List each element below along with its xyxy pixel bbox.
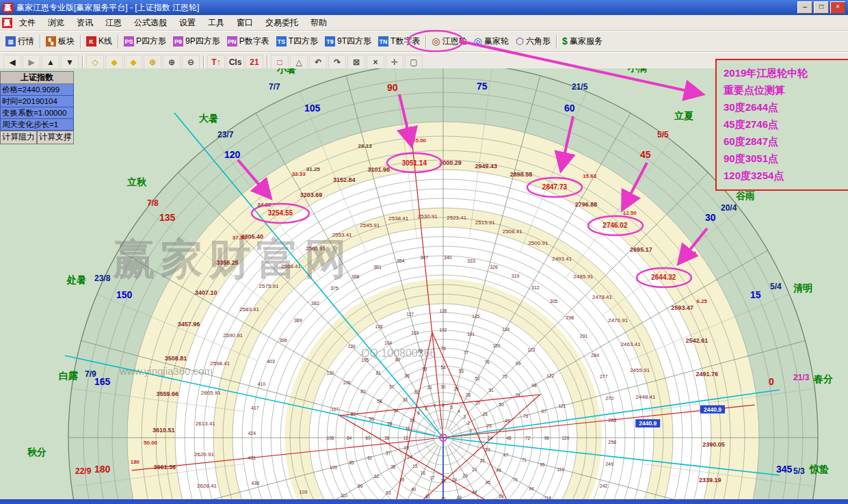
svg-text:3356.25: 3356.25 <box>216 259 239 266</box>
svg-text:128: 128 <box>375 324 383 329</box>
svg-text:22/9: 22/9 <box>75 466 92 476</box>
svg-text:春分: 春分 <box>813 373 833 384</box>
svg-text:382: 382 <box>311 301 319 306</box>
svg-text:326: 326 <box>490 265 498 269</box>
svg-text:23: 23 <box>485 447 490 452</box>
move-cross-button[interactable]: ✛ <box>386 55 403 70</box>
index-info-panel: 上证指数 价格=2440.9099时间=20190104变换系数=1.00000… <box>0 71 74 144</box>
title-bar: 赢 赢家江恩专业版[赢家服务平台] - [上证指数 江恩轮] – □ × <box>0 0 848 15</box>
hexagon-button[interactable]: ⬡六角形 <box>512 34 554 49</box>
back-button[interactable]: ◀ <box>3 55 21 70</box>
menu-item-3[interactable]: 江恩 <box>99 16 128 29</box>
gann-wheel-button[interactable]: ◎江恩轮 <box>428 34 470 49</box>
circle-plus-button[interactable]: ⊕ <box>144 55 161 70</box>
maximize-button[interactable]: □ <box>814 1 829 14</box>
svg-text:60: 60 <box>564 103 575 114</box>
menu-item-8[interactable]: 交易委托 <box>259 16 304 29</box>
calendar-21-button[interactable]: 21 <box>246 55 263 70</box>
menu-item-9[interactable]: 帮助 <box>304 16 333 29</box>
t-table-button[interactable]: TNT数字表 <box>375 34 423 49</box>
t-up-button[interactable]: T↑ <box>207 55 225 70</box>
quotes-button[interactable]: ▦行情 <box>2 34 38 49</box>
calc-support-button[interactable]: 计算支撑 <box>37 131 74 144</box>
select-rect-button[interactable]: ▢ <box>405 55 423 70</box>
9t-square-button[interactable]: T99T四方形 <box>321 34 375 49</box>
chart-area[interactable]: 赢家财富网www.yingjia360.comQQ:1008003662237.… <box>0 68 848 499</box>
svg-text:77: 77 <box>464 350 469 355</box>
p-square-button[interactable]: PSP四方形 <box>120 34 170 49</box>
winner-service-button[interactable]: $赢家服务 <box>559 34 606 49</box>
triangle-tool-button[interactable]: △ <box>290 55 308 70</box>
svg-text:2455.91: 2455.91 <box>630 367 650 373</box>
svg-text:3407.10: 3407.10 <box>195 289 217 296</box>
svg-text:2491.76: 2491.76 <box>696 371 719 377</box>
svg-text:47: 47 <box>503 453 509 457</box>
svg-text:78: 78 <box>440 346 446 351</box>
rotate-right-button[interactable]: ↷ <box>328 55 346 70</box>
menu-item-5[interactable]: 设置 <box>173 16 202 29</box>
svg-text:438: 438 <box>251 481 259 486</box>
svg-text:17: 17 <box>430 475 436 480</box>
svg-text:35: 35 <box>387 421 393 426</box>
rect-tool-button[interactable]: □ <box>271 55 289 70</box>
winner-wheel-button[interactable]: ◎赢家轮 <box>471 34 512 49</box>
annotation-line-3: 45度2746点 <box>724 116 848 133</box>
svg-text:85: 85 <box>349 460 355 465</box>
up-button[interactable]: ▲ <box>42 55 59 70</box>
close-button[interactable]: × <box>830 1 845 14</box>
svg-text:90: 90 <box>405 126 411 132</box>
boxed-x-button[interactable]: ⊠ <box>347 55 365 70</box>
menu-item-7[interactable]: 窗口 <box>230 16 259 29</box>
diamond-2-button[interactable]: ◆ <box>124 55 142 70</box>
menu-item-1[interactable]: 浏览 <box>42 16 70 29</box>
svg-text:109: 109 <box>300 490 308 494</box>
info-row-0: 价格=2440.9099 <box>0 84 74 96</box>
svg-text:谷雨: 谷雨 <box>735 190 755 201</box>
svg-text:处暑: 处暑 <box>66 274 86 285</box>
sectors-button[interactable]: ▚板块 <box>42 34 78 49</box>
svg-text:2463.41: 2463.41 <box>621 341 641 347</box>
menu-item-6[interactable]: 工具 <box>202 16 230 29</box>
svg-text:45: 45 <box>486 480 491 485</box>
svg-text:431: 431 <box>248 455 256 460</box>
menu-item-2[interactable]: 资讯 <box>70 16 99 29</box>
9p-square-button[interactable]: P99P四方形 <box>170 34 224 49</box>
forward-button[interactable]: ▶ <box>23 55 40 70</box>
svg-text:9.38: 9.38 <box>686 250 697 256</box>
svg-text:33: 33 <box>403 397 408 402</box>
svg-text:立夏: 立夏 <box>674 110 693 121</box>
svg-text:69: 69 <box>499 494 504 499</box>
index-name: 上证指数 <box>0 71 74 84</box>
zoom-in-button[interactable]: ⊕ <box>163 55 181 70</box>
menu-item-4[interactable]: 公式选股 <box>128 16 173 29</box>
svg-text:2440.9: 2440.9 <box>639 420 657 427</box>
svg-text:375: 375 <box>330 286 339 291</box>
svg-text:20/4: 20/4 <box>721 203 737 213</box>
delete-x-button[interactable]: × <box>367 55 384 70</box>
svg-text:2620.91: 2620.91 <box>194 451 214 457</box>
toolbar-separator <box>267 55 267 69</box>
toolbar-separator <box>118 35 118 49</box>
rotate-left-button[interactable]: ↶ <box>309 55 327 70</box>
diamond-outline-button[interactable]: ◇ <box>86 55 104 70</box>
svg-text:319: 319 <box>512 274 520 278</box>
svg-text:11: 11 <box>406 426 410 431</box>
cls-button[interactable]: Cls <box>226 55 244 70</box>
zoom-out-button[interactable]: ⊖ <box>182 55 200 70</box>
p-table-button[interactable]: PNP数字表 <box>224 34 273 49</box>
svg-text:1: 1 <box>470 428 473 433</box>
filter-button[interactable]: ▼ <box>61 55 79 70</box>
kline-button[interactable]: KK线 <box>83 34 116 49</box>
menu-item-0[interactable]: 文件 <box>13 16 42 29</box>
svg-text:312: 312 <box>531 285 540 290</box>
diamond-1-button[interactable]: ◆ <box>105 55 123 70</box>
svg-text:清明: 清明 <box>793 282 812 293</box>
svg-text:46: 46 <box>496 468 502 473</box>
svg-text:38: 38 <box>390 464 396 469</box>
minimize-button[interactable]: – <box>797 1 812 14</box>
calc-resistance-button[interactable]: 计算阻力 <box>0 131 37 144</box>
t-square-button[interactable]: TST四方形 <box>273 34 321 49</box>
svg-text:2553.41: 2553.41 <box>332 232 352 238</box>
gann-wheel-icon: ◎ <box>432 36 440 47</box>
svg-text:2605.91: 2605.91 <box>201 390 221 396</box>
